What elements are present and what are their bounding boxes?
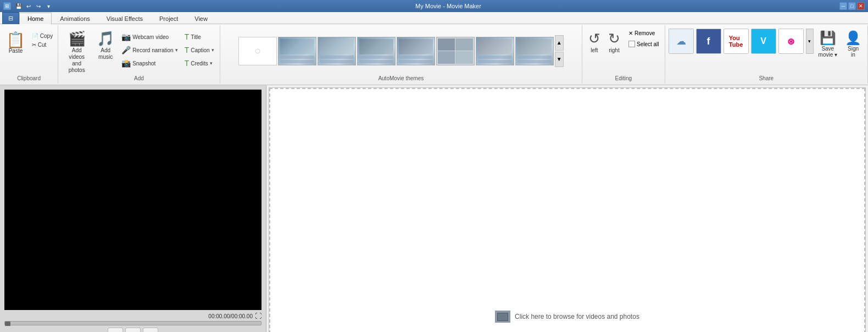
quick-menu-btn[interactable]: ▾: [44, 2, 53, 10]
theme-3[interactable]: [318, 37, 356, 65]
window-title: My Movie - Movie Maker: [57, 3, 839, 9]
editing-inner: ↺ left ↻ right ✕ Remove Select: [586, 26, 661, 75]
vimeo-button[interactable]: V: [751, 29, 776, 54]
sign-in-button[interactable]: 👤 Signin: [842, 29, 864, 59]
tab-visual-effects[interactable]: Visual Effects: [98, 13, 151, 24]
tab-view[interactable]: View: [186, 13, 216, 24]
snapshot-label: Snapshot: [132, 60, 155, 67]
theme-thumb-inner-2: [279, 37, 316, 65]
vimeo-icon: V: [752, 29, 776, 53]
tab-project[interactable]: Project: [151, 13, 186, 24]
theme-thumb-inner-3: [318, 37, 355, 65]
caption-label: Caption: [191, 47, 209, 53]
undo-btn[interactable]: ↩: [24, 2, 33, 10]
rotate-buttons: ↺ left ↻ right: [586, 29, 623, 55]
cloud-icon: ☁: [669, 29, 693, 53]
theme-5[interactable]: [397, 37, 435, 65]
rotate-left-label: left: [591, 47, 598, 53]
ribbon: ⊟ Home Animations Visual Effects Project…: [0, 12, 868, 85]
credits-button[interactable]: T Credits ▾: [182, 57, 216, 69]
paste-icon: 📋: [6, 32, 25, 48]
flickr-button[interactable]: ⊛: [778, 29, 804, 54]
youtube-icon: YouTube: [724, 29, 748, 53]
youtube-button[interactable]: YouTube: [724, 29, 749, 54]
add-videos-label: Add videos and photos: [64, 47, 89, 74]
share-scroll-btn[interactable]: ▾: [806, 29, 814, 54]
title-button[interactable]: T Title: [182, 31, 216, 43]
facebook-button[interactable]: f: [696, 29, 721, 54]
cut-icon: ✂: [32, 42, 36, 48]
tab-home[interactable]: Home: [19, 13, 52, 24]
add-group: 🎬 Add videos and photos 🎵 Add music: [58, 25, 220, 84]
add-videos-button[interactable]: 🎬 Add videos and photos: [62, 29, 92, 75]
seek-thumb: [5, 322, 10, 326]
theme-2[interactable]: [278, 37, 316, 65]
narration-label: Record narration: [132, 47, 173, 53]
themes-scroll-up[interactable]: ▲: [555, 35, 564, 51]
copy-button[interactable]: 📄 Copy: [30, 32, 54, 40]
playback-buttons: ⏮ ▶ ⏭: [4, 328, 261, 332]
theme-7[interactable]: [476, 37, 514, 65]
onedrive-button[interactable]: ☁: [669, 29, 694, 54]
themes-label: AutoMovie themes: [224, 75, 578, 82]
add-label: Add: [62, 75, 216, 82]
snapshot-icon: 📸: [121, 59, 131, 68]
themes-scroll-down[interactable]: ▼: [555, 52, 564, 67]
title-bar: ⊞ 💾 ↩ ↪ ▾ My Movie - Movie Maker ─ □ ✕: [0, 0, 868, 12]
redo-btn[interactable]: ↪: [34, 2, 43, 10]
select-all-checkbox[interactable]: [628, 41, 635, 47]
remove-button[interactable]: ✕ Remove: [626, 29, 661, 38]
save-movie-button[interactable]: 💾 Savemovie ▾: [816, 29, 840, 59]
app-menu-button[interactable]: ⊞: [3, 2, 11, 10]
save-movie-icon: 💾: [820, 30, 836, 46]
rotate-right-label: right: [609, 47, 619, 53]
minimize-btn[interactable]: ─: [839, 2, 847, 10]
ribbon-tabs: ⊟ Home Animations Visual Effects Project…: [0, 12, 868, 24]
editing-actions: ✕ Remove Select all: [626, 29, 661, 49]
main-area: 00:00.00/00:00.00 ⛶ ⏮ ▶ ⏭ Click here to …: [0, 85, 868, 332]
editing-label: Editing: [586, 75, 661, 82]
credits-arrow: ▾: [210, 60, 213, 66]
fast-forward-button[interactable]: ⏭: [143, 328, 158, 332]
facebook-icon: f: [697, 29, 721, 53]
expand-btn[interactable]: ⛶: [255, 312, 261, 320]
share-group: ☁ f YouTube V ⊛ ▾: [665, 25, 868, 84]
add-videos-icon: 🎬: [68, 30, 86, 47]
rewind-button[interactable]: ⏮: [108, 328, 123, 332]
seek-bar[interactable]: [4, 321, 261, 325]
play-button[interactable]: ▶: [125, 328, 141, 332]
select-all-label: Select all: [637, 41, 659, 47]
webcam-video-button[interactable]: 📷 Webcam video: [119, 31, 180, 43]
paste-label: Paste: [9, 48, 23, 54]
theme-blank[interactable]: ○: [238, 37, 277, 65]
theme-4[interactable]: [357, 37, 396, 65]
clipboard-label: Clipboard: [3, 75, 54, 82]
caption-button[interactable]: T Caption ▾: [182, 44, 216, 56]
storyboard-hint[interactable]: Click here to browse for videos and phot…: [495, 311, 639, 323]
sign-in-icon: 👤: [845, 30, 861, 46]
snapshot-button[interactable]: 📸 Snapshot: [119, 57, 180, 69]
mic-icon: 🎤: [121, 46, 131, 54]
cut-button[interactable]: ✂ Cut: [30, 41, 54, 49]
close-btn[interactable]: ✕: [857, 2, 865, 10]
rotate-left-button[interactable]: ↺ left: [586, 29, 603, 55]
maximize-btn[interactable]: □: [848, 2, 856, 10]
record-narration-button[interactable]: 🎤 Record narration ▾: [119, 44, 180, 56]
text-items-group: T Title T Caption ▾ T Credits ▾: [182, 29, 216, 69]
flickr-icon: ⊛: [779, 29, 803, 53]
theme-8[interactable]: [515, 37, 554, 65]
tab-file[interactable]: ⊟: [2, 12, 19, 24]
add-music-button[interactable]: 🎵 Add music: [94, 29, 117, 62]
theme-6[interactable]: [436, 37, 475, 65]
quick-save-btn[interactable]: 💾: [14, 2, 23, 10]
window-controls[interactable]: ⊞: [3, 2, 11, 10]
paste-button[interactable]: 📋 Paste: [3, 31, 28, 56]
tab-animations[interactable]: Animations: [52, 13, 98, 24]
rotate-right-button[interactable]: ↻ right: [605, 29, 623, 55]
select-all-button[interactable]: Select all: [626, 39, 661, 49]
themes-scroll-controls: ▲ ▼: [555, 35, 564, 67]
storyboard-hint-icon: [495, 311, 510, 323]
storyboard-hint-text: Click here to browse for videos and phot…: [515, 313, 639, 320]
share-label: Share: [669, 75, 864, 82]
add-music-icon: 🎵: [97, 30, 114, 47]
